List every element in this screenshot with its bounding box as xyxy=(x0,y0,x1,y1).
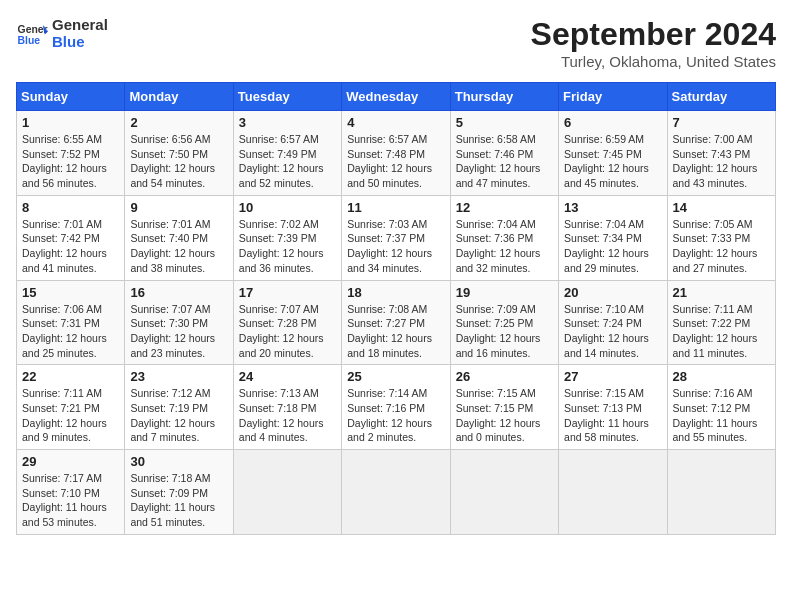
day-number: 21 xyxy=(673,285,770,300)
day-detail: Sunrise: 7:08 AM Sunset: 7:27 PM Dayligh… xyxy=(347,302,444,361)
day-detail: Sunrise: 7:11 AM Sunset: 7:21 PM Dayligh… xyxy=(22,386,119,445)
calendar-cell: 22Sunrise: 7:11 AM Sunset: 7:21 PM Dayli… xyxy=(17,365,125,450)
svg-text:Blue: Blue xyxy=(18,35,41,46)
calendar-cell: 3Sunrise: 6:57 AM Sunset: 7:49 PM Daylig… xyxy=(233,111,341,196)
day-detail: Sunrise: 7:16 AM Sunset: 7:12 PM Dayligh… xyxy=(673,386,770,445)
day-detail: Sunrise: 6:55 AM Sunset: 7:52 PM Dayligh… xyxy=(22,132,119,191)
day-number: 18 xyxy=(347,285,444,300)
day-number: 19 xyxy=(456,285,553,300)
day-detail: Sunrise: 7:01 AM Sunset: 7:40 PM Dayligh… xyxy=(130,217,227,276)
day-detail: Sunrise: 7:18 AM Sunset: 7:09 PM Dayligh… xyxy=(130,471,227,530)
calendar-cell xyxy=(342,450,450,535)
calendar-cell: 11Sunrise: 7:03 AM Sunset: 7:37 PM Dayli… xyxy=(342,195,450,280)
calendar-cell: 1Sunrise: 6:55 AM Sunset: 7:52 PM Daylig… xyxy=(17,111,125,196)
day-number: 17 xyxy=(239,285,336,300)
day-detail: Sunrise: 6:59 AM Sunset: 7:45 PM Dayligh… xyxy=(564,132,661,191)
day-number: 29 xyxy=(22,454,119,469)
day-number: 23 xyxy=(130,369,227,384)
day-number: 7 xyxy=(673,115,770,130)
page-header: General Blue General Blue September 2024… xyxy=(16,16,776,70)
calendar-cell: 27Sunrise: 7:15 AM Sunset: 7:13 PM Dayli… xyxy=(559,365,667,450)
day-number: 26 xyxy=(456,369,553,384)
day-number: 1 xyxy=(22,115,119,130)
day-detail: Sunrise: 6:58 AM Sunset: 7:46 PM Dayligh… xyxy=(456,132,553,191)
day-detail: Sunrise: 7:00 AM Sunset: 7:43 PM Dayligh… xyxy=(673,132,770,191)
day-number: 6 xyxy=(564,115,661,130)
logo: General Blue General Blue xyxy=(16,16,108,50)
day-number: 8 xyxy=(22,200,119,215)
page-subtitle: Turley, Oklahoma, United States xyxy=(531,53,776,70)
day-detail: Sunrise: 7:15 AM Sunset: 7:13 PM Dayligh… xyxy=(564,386,661,445)
day-detail: Sunrise: 7:07 AM Sunset: 7:30 PM Dayligh… xyxy=(130,302,227,361)
day-number: 2 xyxy=(130,115,227,130)
day-number: 13 xyxy=(564,200,661,215)
day-detail: Sunrise: 7:13 AM Sunset: 7:18 PM Dayligh… xyxy=(239,386,336,445)
day-detail: Sunrise: 7:04 AM Sunset: 7:34 PM Dayligh… xyxy=(564,217,661,276)
weekday-header: Tuesday xyxy=(233,83,341,111)
day-number: 20 xyxy=(564,285,661,300)
calendar-cell: 25Sunrise: 7:14 AM Sunset: 7:16 PM Dayli… xyxy=(342,365,450,450)
calendar-cell: 13Sunrise: 7:04 AM Sunset: 7:34 PM Dayli… xyxy=(559,195,667,280)
calendar-cell: 6Sunrise: 6:59 AM Sunset: 7:45 PM Daylig… xyxy=(559,111,667,196)
calendar-cell: 9Sunrise: 7:01 AM Sunset: 7:40 PM Daylig… xyxy=(125,195,233,280)
calendar-cell: 21Sunrise: 7:11 AM Sunset: 7:22 PM Dayli… xyxy=(667,280,775,365)
calendar-cell xyxy=(233,450,341,535)
day-detail: Sunrise: 7:07 AM Sunset: 7:28 PM Dayligh… xyxy=(239,302,336,361)
calendar-cell: 15Sunrise: 7:06 AM Sunset: 7:31 PM Dayli… xyxy=(17,280,125,365)
day-number: 11 xyxy=(347,200,444,215)
day-detail: Sunrise: 7:06 AM Sunset: 7:31 PM Dayligh… xyxy=(22,302,119,361)
calendar-cell: 18Sunrise: 7:08 AM Sunset: 7:27 PM Dayli… xyxy=(342,280,450,365)
weekday-header: Wednesday xyxy=(342,83,450,111)
day-number: 4 xyxy=(347,115,444,130)
calendar-cell: 8Sunrise: 7:01 AM Sunset: 7:42 PM Daylig… xyxy=(17,195,125,280)
calendar-cell: 28Sunrise: 7:16 AM Sunset: 7:12 PM Dayli… xyxy=(667,365,775,450)
day-detail: Sunrise: 7:03 AM Sunset: 7:37 PM Dayligh… xyxy=(347,217,444,276)
calendar-cell: 2Sunrise: 6:56 AM Sunset: 7:50 PM Daylig… xyxy=(125,111,233,196)
day-number: 5 xyxy=(456,115,553,130)
day-number: 16 xyxy=(130,285,227,300)
calendar-cell: 10Sunrise: 7:02 AM Sunset: 7:39 PM Dayli… xyxy=(233,195,341,280)
day-number: 10 xyxy=(239,200,336,215)
calendar-cell: 12Sunrise: 7:04 AM Sunset: 7:36 PM Dayli… xyxy=(450,195,558,280)
day-detail: Sunrise: 7:17 AM Sunset: 7:10 PM Dayligh… xyxy=(22,471,119,530)
calendar-cell: 19Sunrise: 7:09 AM Sunset: 7:25 PM Dayli… xyxy=(450,280,558,365)
day-detail: Sunrise: 7:14 AM Sunset: 7:16 PM Dayligh… xyxy=(347,386,444,445)
calendar-cell: 16Sunrise: 7:07 AM Sunset: 7:30 PM Dayli… xyxy=(125,280,233,365)
day-number: 28 xyxy=(673,369,770,384)
day-number: 3 xyxy=(239,115,336,130)
calendar-cell: 26Sunrise: 7:15 AM Sunset: 7:15 PM Dayli… xyxy=(450,365,558,450)
calendar-cell: 23Sunrise: 7:12 AM Sunset: 7:19 PM Dayli… xyxy=(125,365,233,450)
calendar-cell: 5Sunrise: 6:58 AM Sunset: 7:46 PM Daylig… xyxy=(450,111,558,196)
day-detail: Sunrise: 7:09 AM Sunset: 7:25 PM Dayligh… xyxy=(456,302,553,361)
calendar-cell: 14Sunrise: 7:05 AM Sunset: 7:33 PM Dayli… xyxy=(667,195,775,280)
day-detail: Sunrise: 7:12 AM Sunset: 7:19 PM Dayligh… xyxy=(130,386,227,445)
day-detail: Sunrise: 7:15 AM Sunset: 7:15 PM Dayligh… xyxy=(456,386,553,445)
day-number: 22 xyxy=(22,369,119,384)
calendar-cell xyxy=(559,450,667,535)
calendar-cell: 17Sunrise: 7:07 AM Sunset: 7:28 PM Dayli… xyxy=(233,280,341,365)
calendar-cell xyxy=(450,450,558,535)
day-detail: Sunrise: 6:57 AM Sunset: 7:49 PM Dayligh… xyxy=(239,132,336,191)
calendar-cell: 29Sunrise: 7:17 AM Sunset: 7:10 PM Dayli… xyxy=(17,450,125,535)
day-detail: Sunrise: 6:57 AM Sunset: 7:48 PM Dayligh… xyxy=(347,132,444,191)
day-number: 12 xyxy=(456,200,553,215)
weekday-header: Thursday xyxy=(450,83,558,111)
day-detail: Sunrise: 7:05 AM Sunset: 7:33 PM Dayligh… xyxy=(673,217,770,276)
day-number: 24 xyxy=(239,369,336,384)
weekday-header: Monday xyxy=(125,83,233,111)
logo-icon: General Blue xyxy=(16,17,48,49)
calendar-cell: 30Sunrise: 7:18 AM Sunset: 7:09 PM Dayli… xyxy=(125,450,233,535)
day-number: 9 xyxy=(130,200,227,215)
calendar-cell: 4Sunrise: 6:57 AM Sunset: 7:48 PM Daylig… xyxy=(342,111,450,196)
day-number: 14 xyxy=(673,200,770,215)
day-detail: Sunrise: 6:56 AM Sunset: 7:50 PM Dayligh… xyxy=(130,132,227,191)
logo-text: General Blue xyxy=(52,16,108,50)
calendar-cell: 7Sunrise: 7:00 AM Sunset: 7:43 PM Daylig… xyxy=(667,111,775,196)
day-detail: Sunrise: 7:02 AM Sunset: 7:39 PM Dayligh… xyxy=(239,217,336,276)
calendar-table: SundayMondayTuesdayWednesdayThursdayFrid… xyxy=(16,82,776,535)
weekday-header: Sunday xyxy=(17,83,125,111)
day-number: 30 xyxy=(130,454,227,469)
calendar-cell: 20Sunrise: 7:10 AM Sunset: 7:24 PM Dayli… xyxy=(559,280,667,365)
calendar-cell: 24Sunrise: 7:13 AM Sunset: 7:18 PM Dayli… xyxy=(233,365,341,450)
day-detail: Sunrise: 7:01 AM Sunset: 7:42 PM Dayligh… xyxy=(22,217,119,276)
